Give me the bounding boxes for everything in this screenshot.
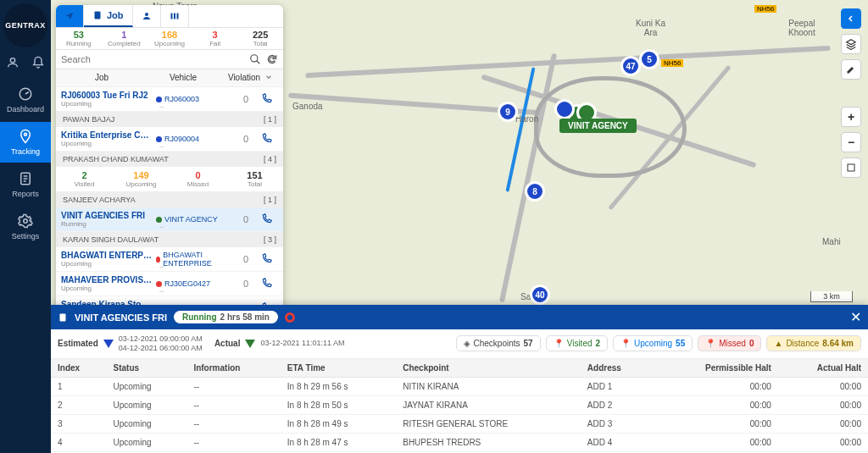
job-row[interactable]: Kritika Enterprise Chitt...UpcomingRJ090… (56, 127, 283, 152)
main-area: Nawa Tapra Ganoda Haron Kuni Ka Ara Peep… (51, 0, 868, 453)
refresh-icon[interactable] (266, 53, 278, 65)
zoom-in-button[interactable]: + (841, 107, 861, 127)
svg-rect-8 (170, 14, 172, 19)
svg-point-2 (25, 133, 27, 135)
record-icon (285, 312, 295, 323)
pill-missed[interactable]: 📍Missed 0 (698, 335, 761, 351)
map-pin-8[interactable]: 8 (525, 181, 545, 202)
map-pin-cluster3[interactable] (554, 99, 575, 119)
map-pin-47[interactable]: 47 (620, 56, 641, 76)
jobs-list[interactable]: RJ060003 Tue Fri RJ2UpcomingRJ060003--0P… (56, 87, 283, 314)
pill-distance[interactable]: ▲Distance 8.64 km (766, 335, 861, 351)
col-eta: ETA Time (281, 359, 396, 378)
user-icon[interactable] (6, 56, 19, 69)
svg-rect-5 (848, 164, 854, 171)
svg-point-4 (24, 219, 28, 224)
search-input[interactable] (61, 54, 244, 64)
zoom-out-button[interactable]: − (841, 132, 861, 152)
call-icon[interactable] (261, 213, 278, 226)
list-group[interactable]: PRAKASH CHAND KUMAWAT[ 4 ] (56, 152, 283, 167)
sum-total[interactable]: 225Total (237, 28, 283, 49)
svg-rect-12 (60, 313, 66, 321)
detail-sheet: VINIT AGENCIES FRI Running2 hrs 58 min ✕… (51, 305, 868, 453)
hdr-vehicle: Vehicle (142, 73, 224, 83)
panel-table-head: Job Vehicle Violation (56, 69, 283, 87)
est-end: 04-12-2021 06:00:00 AM (119, 344, 203, 353)
nav-tracking[interactable]: Tracking (0, 122, 51, 163)
sum-fail[interactable]: 3Fail (192, 28, 238, 49)
col-status: Status (107, 359, 187, 378)
map-pin-9[interactable]: 9 (498, 102, 518, 122)
nav-settings[interactable]: Settings (0, 207, 51, 247)
nav-reports[interactable]: Reports (0, 164, 51, 205)
call-icon[interactable] (261, 132, 278, 146)
tab-people[interactable] (133, 5, 161, 27)
call-icon[interactable] (261, 252, 278, 266)
pill-checkpoints[interactable]: ◈Checkpoints 57 (456, 335, 541, 351)
jobs-panel: Job 53Running 1Completed 168Upcoming 3Fa… (56, 5, 283, 314)
hdr-violation: Violation (224, 73, 264, 83)
bell-icon[interactable] (31, 56, 45, 69)
nav-dashboard-label: Dashboard (7, 105, 44, 113)
svg-rect-9 (174, 14, 175, 19)
layers-button[interactable] (841, 34, 861, 54)
chip-running: Running2 hrs 58 min (174, 311, 278, 323)
brand-logo: GENTRAX (3, 3, 47, 47)
job-row[interactable]: MAHAVEER PROVISION...UpcomingRJ30EG0427-… (56, 272, 283, 296)
map-tools: + − (841, 8, 861, 178)
map-pin-40[interactable]: 40 (530, 285, 550, 305)
hdr-expand-icon[interactable] (264, 73, 278, 83)
sheet-header: VINIT AGENCIES FRI Running2 hrs 58 min ✕ (51, 305, 868, 329)
nav-reports-label: Reports (12, 190, 39, 198)
svg-rect-10 (176, 14, 178, 19)
list-group[interactable]: PAWAN BAJAJ[ 1 ] (56, 112, 283, 127)
job-row[interactable]: VINIT AGENCIES FRIRunningVINIT AGENCY--0 (56, 207, 283, 232)
job-row[interactable]: BHAGWATI ENTERPRIS...UpcomingBHGAWATI EN… (56, 247, 283, 272)
flag-estimated-icon (103, 340, 114, 348)
map-label-ganoda: Ganoda (292, 102, 323, 111)
map-label-nh56a: NH56 (754, 5, 776, 13)
draw-button[interactable] (841, 59, 861, 80)
job-row[interactable]: RJ060003 Tue Fri RJ2UpcomingRJ060003--0 (56, 87, 283, 112)
sum-upcoming[interactable]: 168Upcoming (147, 28, 192, 49)
col-addr: Address (581, 359, 654, 378)
col-cp: Checkpoint (396, 359, 581, 378)
nav-tracking-label: Tracking (11, 147, 40, 156)
list-group[interactable]: KARAN SINGH DAULAWAT[ 3 ] (56, 232, 283, 247)
map-vehicle-badge[interactable]: VINIT AGENCY (559, 119, 637, 133)
panel-summary: 53Running 1Completed 168Upcoming 3Fail 2… (56, 28, 283, 50)
side-nav: GENTRAX Dashboard Tracking Reports Setti… (0, 0, 51, 453)
tab-job[interactable]: Job (84, 5, 133, 27)
map-pin-51[interactable]: 5 (639, 49, 659, 69)
map-label-kuni: Kuni Ka Ara (636, 19, 665, 37)
table-row[interactable]: 4Upcoming--In 8 h 28 m 47 sBHUPESH TREDR… (51, 433, 868, 451)
checkpoint-table: Index Status Information ETA Time Checkp… (51, 359, 868, 453)
panel-tabs: Job (56, 5, 283, 28)
list-group[interactable]: SANJEEV ACHARYA[ 1 ] (56, 192, 283, 207)
collapse-panel-button[interactable] (841, 8, 861, 29)
fullscreen-button[interactable] (841, 157, 861, 178)
search-icon[interactable] (249, 53, 261, 65)
table-row[interactable]: 1Upcoming--In 8 h 29 m 56 sNITIN KIRANAA… (51, 377, 868, 395)
pill-upcoming[interactable]: 📍Upcoming 55 (613, 335, 693, 351)
hdr-job: Job (61, 73, 142, 83)
sheet-meta: Estimated 03-12-2021 09:00:00 AM 04-12-2… (51, 329, 868, 359)
sum-running[interactable]: 53Running (56, 28, 102, 49)
checkpoint-table-wrap[interactable]: Index Status Information ETA Time Checkp… (51, 359, 868, 453)
nav-settings-label: Settings (12, 232, 40, 240)
nav-dashboard[interactable]: Dashboard (0, 80, 51, 120)
call-icon[interactable] (261, 277, 278, 290)
table-row[interactable]: 2Upcoming--In 8 h 28 m 50 sJAYNAT KIRANA… (51, 395, 868, 414)
tab-grid[interactable] (161, 5, 189, 27)
col-act: Actual Halt (778, 359, 868, 378)
svg-rect-6 (95, 12, 101, 19)
sum-completed[interactable]: 1Completed (102, 28, 147, 49)
tab-locate[interactable] (56, 5, 84, 27)
call-icon[interactable] (261, 92, 278, 106)
col-index: Index (51, 359, 107, 378)
svg-point-11 (251, 55, 258, 62)
pill-visited[interactable]: 📍Visited 2 (546, 335, 608, 351)
doc-icon (58, 312, 68, 323)
sheet-close-button[interactable]: ✕ (850, 309, 861, 325)
table-row[interactable]: 3Upcoming--In 8 h 28 m 49 sRITESH GENERA… (51, 414, 868, 433)
